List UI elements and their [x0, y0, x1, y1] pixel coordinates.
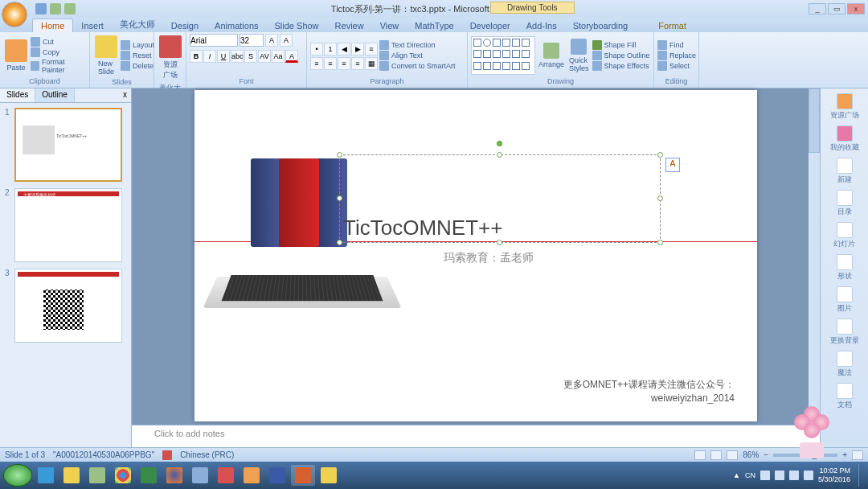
volume-icon[interactable] [789, 471, 799, 480]
justify-button[interactable]: ≡ [351, 57, 364, 70]
network-icon[interactable] [804, 471, 813, 480]
scrollbar-thumb[interactable] [809, 88, 820, 153]
reset-button[interactable]: Reset [121, 51, 154, 60]
change-case-button[interactable]: Aa [272, 50, 285, 63]
shape-outline-button[interactable]: Shape Outline [592, 51, 650, 60]
maximize-button[interactable]: ▭ [828, 3, 845, 14]
select-button[interactable]: Select [657, 61, 696, 71]
rside-image[interactable]: 图片 [829, 286, 861, 314]
office-button[interactable] [2, 2, 27, 27]
rside-magic[interactable]: 魔法 [829, 351, 861, 378]
tab-insert[interactable]: Insert [73, 19, 112, 32]
grow-font-button[interactable]: A [265, 34, 278, 47]
slide-subtitle-text[interactable]: 玛索教育：孟老师 [444, 251, 534, 265]
taskbar-firefox[interactable] [162, 465, 186, 486]
align-left-button[interactable]: ≡ [310, 57, 323, 70]
strike-button[interactable]: abc [231, 50, 244, 63]
bullets-button[interactable]: • [310, 43, 323, 55]
tab-format[interactable]: Format [650, 19, 694, 32]
save-icon[interactable] [35, 3, 47, 14]
desktop-gadget-flower[interactable] [788, 402, 836, 458]
taskbar-app5[interactable] [240, 465, 264, 486]
char-spacing-button[interactable]: AV [258, 50, 271, 63]
taskbar-chrome[interactable] [111, 465, 135, 486]
taskbar-word[interactable] [265, 465, 289, 486]
slide-canvas[interactable]: A TicTocOMNET++ 玛索教育：孟老师 更多OMNET++课程请关注微… [194, 90, 757, 421]
minimize-button[interactable]: _ [809, 3, 826, 14]
italic-button[interactable]: I [203, 50, 216, 63]
taskbar-explorer[interactable] [59, 465, 84, 486]
rside-ziyuan[interactable]: 资源广场 [829, 93, 861, 121]
outline-tab[interactable]: Outline [35, 88, 75, 102]
taskbar-powerpoint[interactable] [291, 465, 315, 486]
tray-icon[interactable] [760, 471, 770, 480]
tab-storyboarding[interactable]: Storyboarding [565, 19, 637, 32]
line-spacing-button[interactable]: ≡ [365, 43, 378, 55]
columns-button[interactable]: ▦ [365, 57, 378, 70]
start-button[interactable] [3, 464, 32, 487]
font-family-select[interactable] [190, 34, 238, 47]
fit-button[interactable] [852, 450, 863, 460]
close-button[interactable]: x [847, 3, 865, 14]
slide-footer-1[interactable]: 更多OMNET++课程请关注微信公众号： [563, 378, 735, 392]
taskbar-app4[interactable] [214, 465, 238, 486]
copy-button[interactable]: Copy [31, 47, 86, 57]
taskbar-app1[interactable] [85, 465, 109, 486]
find-button[interactable]: Find [657, 40, 696, 50]
taskbar-app6[interactable] [317, 465, 341, 486]
slide-thumbnail-2[interactable]: 主要涉及概念总结 [14, 188, 122, 262]
shape-fill-button[interactable]: Shape Fill [592, 40, 650, 50]
quick-styles-button[interactable]: Quick Styles [567, 37, 591, 74]
resize-handle[interactable] [337, 240, 342, 245]
taskbar-app2[interactable] [137, 465, 161, 486]
shrink-font-button[interactable]: A [280, 34, 293, 47]
delete-button[interactable]: Delete [121, 61, 154, 71]
slide-thumbnail-1[interactable]: TicTocOMNET++ [14, 108, 122, 182]
rside-new[interactable]: 新建 [829, 158, 861, 185]
rside-fav[interactable]: 我的收藏 [829, 125, 861, 153]
tab-design[interactable]: Design [163, 19, 207, 32]
align-right-button[interactable]: ≡ [338, 57, 350, 70]
text-direction-button[interactable]: Text Direction [379, 40, 456, 50]
font-size-select[interactable] [240, 34, 264, 47]
tab-developer[interactable]: Developer [462, 19, 518, 32]
input-indicator[interactable]: CN [745, 471, 755, 479]
underline-button[interactable]: U [217, 50, 230, 63]
convert-smartart-button[interactable]: Convert to SmartArt [379, 61, 456, 71]
sorter-view-button[interactable] [710, 450, 722, 460]
language-indicator[interactable]: Chinese (PRC) [180, 450, 234, 459]
zoom-out-button[interactable]: − [764, 450, 768, 459]
format-painter-button[interactable]: Format Painter [31, 58, 86, 74]
slideshow-view-button[interactable] [727, 450, 738, 460]
show-desktop-button[interactable] [858, 464, 865, 487]
tab-review[interactable]: Review [327, 19, 372, 32]
decrease-indent-button[interactable]: ◀ [338, 43, 350, 55]
autofit-options-button[interactable]: A [665, 158, 680, 172]
shape-effects-button[interactable]: Shape Effects [592, 61, 650, 71]
ziyuan-button[interactable]: 资源 广场 [158, 34, 183, 82]
arrange-button[interactable]: Arrange [537, 41, 566, 70]
align-text-button[interactable]: Align Text [379, 51, 456, 60]
resize-handle[interactable] [337, 152, 342, 158]
spellcheck-icon[interactable] [162, 450, 172, 460]
paste-button[interactable]: Paste [3, 38, 29, 73]
resize-handle[interactable] [497, 240, 502, 245]
slide-footer-2[interactable]: weiweiyizhan_2014 [651, 392, 735, 404]
layout-button[interactable]: Layout [121, 40, 154, 50]
font-color-button[interactable]: A [285, 50, 298, 63]
tab-meihua[interactable]: 美化大师 [112, 17, 163, 32]
resize-handle[interactable] [657, 240, 663, 245]
taskbar-ie[interactable] [34, 465, 58, 486]
clock[interactable]: 10:02 PM 5/30/2016 [818, 466, 854, 484]
redo-icon[interactable] [64, 3, 76, 14]
replace-button[interactable]: Replace [657, 51, 696, 60]
cut-button[interactable]: Cut [31, 37, 86, 47]
slide-title-text[interactable]: TicTocOMNET++ [343, 216, 502, 240]
normal-view-button[interactable] [694, 450, 706, 460]
notes-pane[interactable]: Click to add notes [132, 425, 820, 447]
rside-bg[interactable]: 更换背景 [829, 318, 861, 346]
panel-close-button[interactable]: x [119, 88, 131, 102]
tab-slideshow[interactable]: Slide Show [267, 19, 327, 32]
slides-tab[interactable]: Slides [0, 88, 35, 102]
zoom-in-button[interactable]: + [842, 450, 847, 459]
